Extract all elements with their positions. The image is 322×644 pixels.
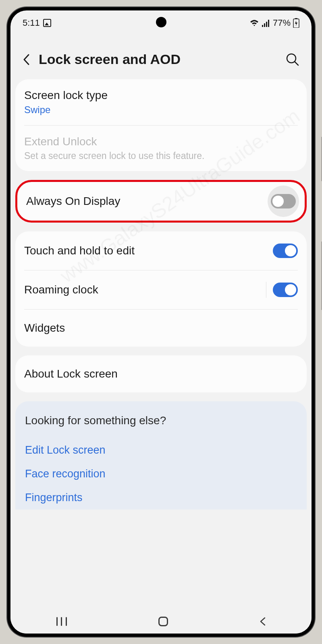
setting-about-lock-screen[interactable]: About Lock screen [15,355,307,392]
setting-roaming-clock[interactable]: Roaming clock [15,270,307,309]
setting-title: About Lock screen [24,367,298,380]
highlighted-setting: Always On Display [15,180,307,223]
nav-home-button[interactable] [158,617,168,626]
setting-title: Touch and hold to edit [24,244,135,257]
setting-touch-hold-edit[interactable]: Touch and hold to edit [15,231,307,270]
setting-subtitle: Swipe [24,104,298,116]
separator [266,282,266,298]
page-title: Lock screen and AOD [39,52,278,67]
setting-title: Widgets [24,322,298,334]
setting-extend-unlock: Extend Unlock Set a secure screen lock t… [15,126,307,171]
svg-rect-3 [268,20,269,27]
phone-frame: www.GalaxyS24UltraGuide.com 5:11 77% [7,7,315,637]
toggle-knob [272,196,284,207]
toggle-touch-hold[interactable] [273,244,298,258]
setting-subtitle: Set a secure screen lock to use this fea… [24,151,298,161]
setting-widgets[interactable]: Widgets [15,310,307,347]
setting-title: Roaming clock [24,283,98,296]
setting-screen-lock-type[interactable]: Screen lock type Swipe [15,79,307,125]
camera-notch [156,17,166,27]
link-fingerprints[interactable]: Fingerprints [25,486,297,510]
svg-rect-0 [262,25,263,27]
page-header: Lock screen and AOD [10,31,312,79]
card-display-settings: Touch and hold to edit Roaming clock Wid… [15,231,307,347]
card-lock-settings: Screen lock type Swipe Extend Unlock Set… [15,79,307,171]
status-time: 5:11 [23,18,40,28]
svg-rect-1 [264,23,265,27]
signal-icon [262,19,270,27]
search-icon[interactable] [286,53,299,66]
card-about: About Lock screen [15,355,307,392]
back-icon[interactable] [23,54,31,66]
setting-title: Always On Display [26,195,120,208]
setting-title: Screen lock type [24,89,298,102]
svg-rect-2 [266,22,267,27]
nav-bar [10,609,312,634]
setting-always-on-display[interactable]: Always On Display [17,182,305,221]
image-icon [43,19,51,27]
screen: www.GalaxyS24UltraGuide.com 5:11 77% [10,10,312,634]
toggle-roaming-clock[interactable] [273,283,298,297]
nav-recent-button[interactable] [56,617,67,626]
suggestions-title: Looking for something else? [25,414,297,427]
svg-line-7 [295,62,298,65]
toggle-knob [285,284,296,295]
wifi-icon [249,19,259,27]
battery-icon [293,18,299,28]
toggle-aod[interactable] [271,194,296,208]
toggle-knob [285,245,296,256]
link-face-recognition[interactable]: Face recognition [25,462,297,486]
suggestions-card: Looking for something else? Edit Lock sc… [15,401,307,510]
nav-back-button[interactable] [260,617,266,626]
link-edit-lock-screen[interactable]: Edit Lock screen [25,438,297,462]
battery-percent: 77% [273,18,291,28]
setting-title: Extend Unlock [24,135,298,148]
